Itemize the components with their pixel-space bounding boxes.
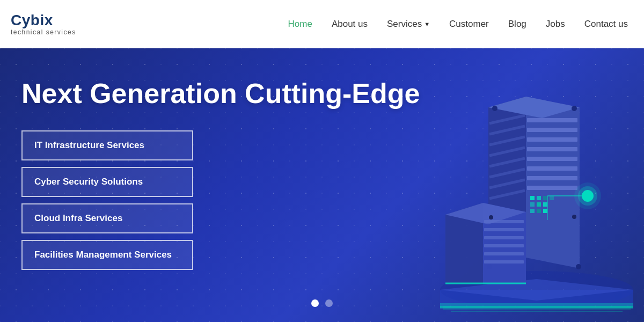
logo-subtitle: technical services xyxy=(11,29,76,36)
chevron-down-icon: ▼ xyxy=(424,21,430,27)
svg-rect-14 xyxy=(527,176,577,180)
service-btn-cyber[interactable]: Cyber Security Solutions xyxy=(21,167,193,197)
svg-rect-22 xyxy=(550,196,554,200)
nav-services[interactable]: Services ▼ xyxy=(387,19,430,30)
svg-rect-46 xyxy=(484,260,524,264)
service-btn-facilities[interactable]: Facilities Management Services xyxy=(21,240,193,270)
service-btn-it[interactable]: IT Infrastructure Services xyxy=(21,130,193,160)
nav-home[interactable]: Home xyxy=(288,19,312,30)
nav-contact[interactable]: Contact us xyxy=(584,19,628,30)
svg-rect-10 xyxy=(527,137,577,142)
svg-rect-8 xyxy=(527,118,577,122)
svg-rect-44 xyxy=(484,244,524,247)
svg-rect-9 xyxy=(527,128,577,132)
svg-point-34 xyxy=(492,106,497,111)
nav-jobs[interactable]: Jobs xyxy=(546,19,565,30)
svg-rect-41 xyxy=(484,220,524,223)
server-illustration xyxy=(397,59,644,322)
svg-rect-21 xyxy=(543,202,547,207)
carousel-dot-1[interactable] xyxy=(311,299,319,307)
svg-rect-45 xyxy=(484,252,524,255)
svg-point-35 xyxy=(572,106,577,111)
svg-rect-24 xyxy=(537,209,541,213)
svg-point-37 xyxy=(576,264,581,269)
nav-customer[interactable]: Customer xyxy=(449,19,489,30)
service-btn-cloud[interactable]: Cloud Infra Services xyxy=(21,203,193,233)
main-nav: Home About us Services ▼ Customer Blog J… xyxy=(288,19,628,30)
nav-blog[interactable]: Blog xyxy=(508,19,526,30)
svg-rect-43 xyxy=(484,236,524,239)
nav-services-label: Services xyxy=(387,19,422,30)
hero-section: Next Generation Cutting-Edge IT Infrastr… xyxy=(0,48,644,322)
svg-rect-20 xyxy=(543,196,547,200)
carousel-dots xyxy=(311,299,333,307)
svg-rect-17 xyxy=(537,196,541,200)
svg-rect-15 xyxy=(527,186,577,190)
svg-rect-18 xyxy=(530,202,535,207)
nav-about[interactable]: About us xyxy=(332,19,368,30)
carousel-dot-2[interactable] xyxy=(325,299,333,307)
svg-rect-19 xyxy=(537,202,541,207)
svg-point-55 xyxy=(489,215,493,219)
svg-rect-13 xyxy=(527,166,577,171)
svg-rect-16 xyxy=(530,196,535,200)
header: Cybix technical services Home About us S… xyxy=(0,0,644,48)
svg-rect-25 xyxy=(543,209,547,213)
svg-rect-11 xyxy=(527,147,577,151)
logo: Cybix technical services xyxy=(11,12,76,36)
svg-rect-23 xyxy=(530,209,535,213)
logo-title: Cybix xyxy=(11,12,76,29)
svg-rect-42 xyxy=(484,228,524,231)
svg-point-56 xyxy=(572,215,576,219)
svg-rect-12 xyxy=(527,157,577,161)
